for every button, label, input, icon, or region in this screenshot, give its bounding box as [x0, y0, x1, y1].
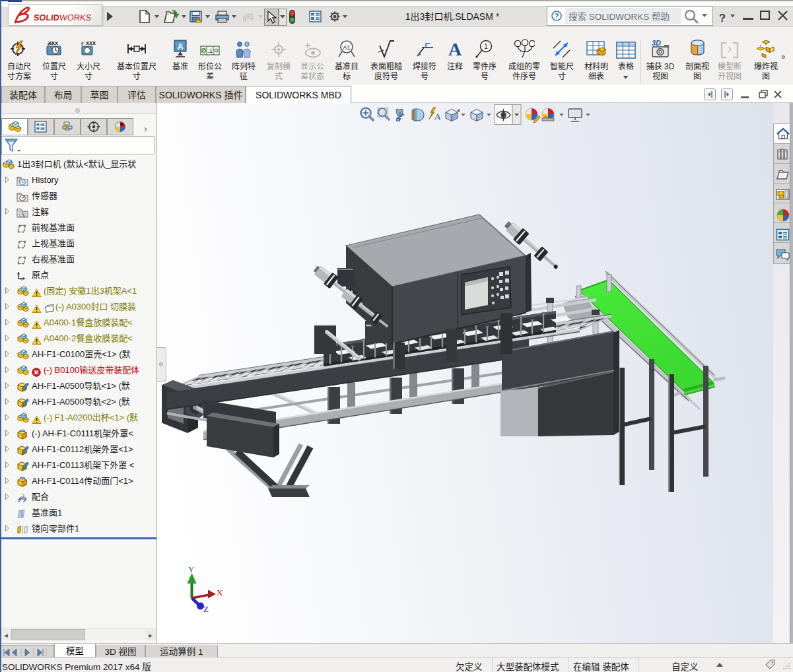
- svg-text:1: 1: [484, 43, 488, 50]
- svg-text:xxx: xxx: [48, 40, 58, 46]
- svg-text:WORKS: WORKS: [59, 13, 92, 22]
- svg-text:.1: .1: [207, 48, 213, 54]
- svg-text:A1: A1: [343, 44, 350, 51]
- svg-text:A: A: [448, 39, 462, 59]
- svg-text:A: A: [434, 112, 441, 121]
- svg-text:?: ?: [555, 12, 559, 20]
- svg-text:3D: 3D: [652, 39, 661, 47]
- svg-text:A: A: [20, 211, 25, 218]
- svg-text:xxx: xxx: [86, 40, 96, 46]
- svg-text:Z: Z: [203, 604, 209, 614]
- svg-text:A: A: [178, 42, 184, 51]
- svg-text:Y: Y: [188, 564, 195, 574]
- svg-text:SOLID: SOLID: [33, 13, 60, 22]
- svg-text:X: X: [217, 588, 223, 597]
